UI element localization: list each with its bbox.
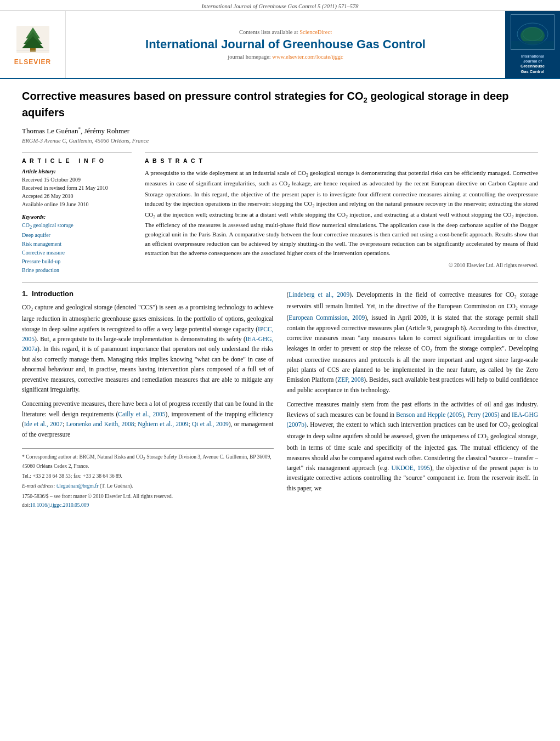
ref-ipcc2005[interactable]: IPCC, 2005 — [22, 326, 274, 342]
keyword-item: Pressure build-up — [22, 257, 132, 266]
page-wrapper: International Journal of Greenhouse Gas … — [0, 0, 560, 741]
journal-cover-image: International Journal of Greenhouse Gas … — [505, 11, 560, 78]
abstract-heading: A B S T R A C T — [145, 157, 538, 164]
svg-rect-10 — [511, 41, 554, 49]
email-link[interactable]: t.leguénan@brgm.fr — [56, 483, 99, 489]
accepted-date: Accepted 26 May 2010 — [22, 192, 132, 200]
citation-bar: International Journal of Greenhouse Gas … — [0, 0, 560, 11]
homepage-url[interactable]: www.elsevier.com/locate/ijggc — [272, 54, 343, 60]
ref-qi2009[interactable]: Qi et al., 2009 — [192, 421, 229, 427]
doi-line: doi:10.1016/j.ijggc.2010.05.009 — [22, 502, 274, 508]
body-right: (Lindeberg et al., 2009). Developments i… — [287, 290, 539, 507]
keywords-list: CO2 geological storage Deep aquifer Risk… — [22, 221, 132, 275]
cover-graphic-svg — [511, 15, 554, 49]
ref-ieaghg2007a[interactable]: IEA-GHG, 2007a — [22, 336, 274, 352]
article-title: Corrective measures based on pressure co… — [22, 89, 538, 120]
sciencedirect-line: Contents lists available at ScienceDirec… — [239, 29, 332, 35]
citation-text: International Journal of Greenhouse Gas … — [201, 3, 358, 9]
keyword-co2[interactable]: CO2 geological storage — [22, 222, 73, 228]
article-info-panel: A R T I C L E I N F O Article history: R… — [22, 152, 132, 275]
keyword-item: Risk management — [22, 240, 132, 248]
footnote-tel: Tel.: +33 2 38 64 38 53; fax: +33 2 38 6… — [22, 472, 274, 480]
ref-benson2005[interactable]: Benson and Hepple (2005) — [396, 411, 464, 418]
elsevier-brand: ELSEVIER — [14, 58, 51, 66]
elsevier-tree-icon — [14, 23, 52, 56]
ref-leonenko2008[interactable]: Leonenko and Keith, 2008 — [66, 421, 134, 427]
received-date: Received 15 October 2009 — [22, 176, 132, 184]
ref-ide2007[interactable]: Ide et al., 2007 — [24, 421, 63, 427]
ref-lindeberg2009[interactable]: Lindeberg et al., 2009 — [289, 291, 349, 298]
abstract-panel: A B S T R A C T A prerequisite to the wi… — [145, 152, 538, 275]
body-right-text: (Lindeberg et al., 2009). Developments i… — [287, 290, 539, 493]
article-info-abstract: A R T I C L E I N F O Article history: R… — [22, 152, 538, 275]
keywords-label: Keywords: — [22, 214, 132, 220]
revised-date: Received in revised form 21 May 2010 — [22, 184, 132, 192]
ref-ukdoe1995[interactable]: UKDOE, 1995 — [392, 465, 431, 471]
keyword-corrective[interactable]: Corrective measure — [22, 250, 65, 256]
ref-ec2009[interactable]: European Commission, 2009 — [289, 314, 365, 321]
author-names: Thomas Le Guénan*, Jérémy Rohmer — [22, 127, 129, 135]
authors-line: Thomas Le Guénan*, Jérémy Rohmer — [22, 126, 538, 135]
affiliation: BRGM-3 Avenue C, Guillemin, 45060 Orléan… — [22, 138, 538, 144]
sciencedirect-link[interactable]: ScienceDirect — [299, 29, 332, 35]
cover-placeholder — [511, 14, 555, 50]
issn-text: 1750-5836/$ – see front matter © 2010 El… — [22, 494, 173, 499]
article-info-heading: A R T I C L E I N F O — [22, 157, 132, 164]
journal-header: ELSEVIER Contents lists available at Sci… — [0, 11, 560, 79]
body-left: 1. Introduction CO2 capture and geologic… — [22, 290, 274, 507]
cover-title-text: International Journal of Greenhouse Gas … — [521, 52, 545, 75]
contents-label: Contents lists available at — [239, 29, 298, 35]
section-divider — [22, 282, 538, 283]
footnote-star-text: * Corresponding author at: BRGM, Natural… — [22, 453, 274, 470]
keyword-item: CO2 geological storage — [22, 221, 132, 231]
keyword-item: Corrective measure — [22, 248, 132, 257]
article-history-label: Article history: — [22, 168, 132, 174]
doi-label: doi: — [22, 502, 30, 508]
journal-homepage: journal homepage: www.elsevier.com/locat… — [228, 54, 343, 60]
issn-line: 1750-5836/$ – see front matter © 2010 El… — [22, 494, 274, 499]
homepage-label: journal homepage: — [228, 54, 270, 60]
ref-zep2008[interactable]: ZEP, 2008 — [337, 376, 364, 383]
keyword-brine[interactable]: Brine production — [22, 267, 59, 273]
ref-cailly2005[interactable]: Cailly et al., 2005 — [118, 411, 165, 417]
keyword-pressure[interactable]: Pressure build-up — [22, 258, 60, 264]
keyword-item: Deep aquifer — [22, 231, 132, 240]
journal-center: Contents lists available at ScienceDirec… — [66, 11, 505, 78]
ref-nghiem2009[interactable]: Nghiem et al., 2009 — [138, 421, 188, 427]
journal-title: International Journal of Greenhouse Gas … — [145, 37, 426, 52]
article-content: Corrective measures based on pressure co… — [0, 79, 560, 519]
copyright-line: © 2010 Elsevier Ltd. All rights reserved… — [145, 262, 538, 268]
keyword-deepaquifer[interactable]: Deep aquifer — [22, 232, 50, 238]
section1-heading: 1. Introduction — [22, 290, 274, 298]
available-date: Available online 19 June 2010 — [22, 200, 132, 208]
body-left-text: CO2 capture and geological storage (deno… — [22, 302, 274, 439]
ref-perry2005[interactable]: Perry (2005) — [467, 411, 500, 418]
footnote-area: * Corresponding author at: BRGM, Natural… — [22, 448, 274, 490]
abstract-text: A prerequisite to the wide deployment at… — [145, 168, 538, 258]
footnote-email: E-mail address: t.leguénan@brgm.fr (T. L… — [22, 482, 274, 490]
keyword-risk[interactable]: Risk management — [22, 241, 61, 247]
elsevier-logo: ELSEVIER — [0, 11, 66, 78]
body-columns: 1. Introduction CO2 capture and geologic… — [22, 290, 538, 507]
doi-link[interactable]: 10.1016/j.ijggc.2010.05.009 — [30, 502, 89, 508]
keyword-item: Brine production — [22, 266, 132, 275]
